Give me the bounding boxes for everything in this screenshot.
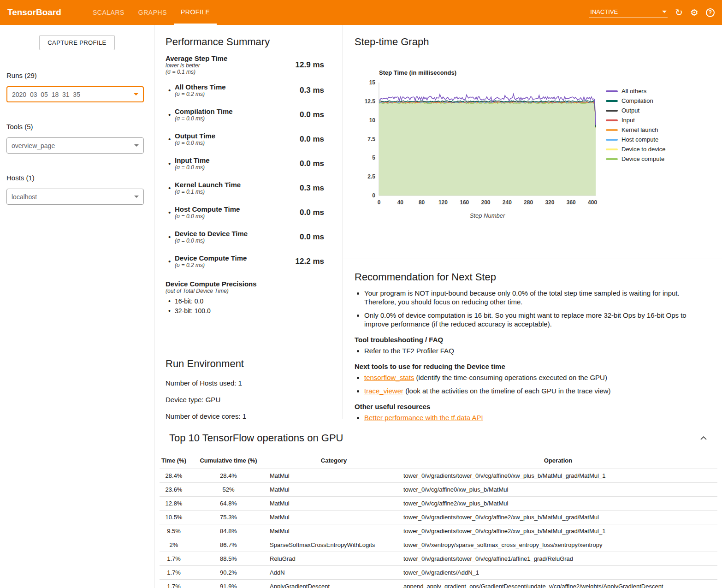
next-tools-item-text: (look at the activities on the timeline … <box>403 387 610 395</box>
legend-color-swatch <box>606 158 618 160</box>
bullet: • <box>168 233 175 241</box>
ops-table-cell: 28.4% <box>160 469 188 483</box>
runs-dropdown[interactable]: 2020_03_05_18_31_35 <box>6 86 144 102</box>
help-icon[interactable]: ? <box>706 8 715 17</box>
perf-item-sigma: (σ = 0.0 ms) <box>175 164 300 171</box>
ops-table-row: 12.8%64.8%MatMultower_0/v/cg/affine2/xw_… <box>160 497 717 511</box>
col-category: Category <box>269 454 399 469</box>
chevron-down-icon <box>662 11 667 13</box>
performance-column: Performance Summary Average Step Time lo… <box>154 25 343 419</box>
chart-title: Step Time (in milliseconds) <box>379 69 722 76</box>
sidebar: CAPTURE PROFILE Runs (29) 2020_03_05_18_… <box>0 25 154 588</box>
svg-text:12.5: 12.5 <box>365 98 376 105</box>
capture-profile-button[interactable]: CAPTURE PROFILE <box>39 35 115 50</box>
app-title: TensorBoard <box>0 0 69 25</box>
capture-status-select[interactable]: INACTIVE <box>589 7 668 18</box>
header-controls: INACTIVE ↻ ⚙ ? <box>589 0 722 25</box>
svg-text:320: 320 <box>545 199 554 206</box>
run-env-line: Number of Hosts used: 1 <box>166 379 343 387</box>
ops-table-cell: MatMul <box>269 524 399 538</box>
ops-table-row: 1.7%90.2%AddNtower_0/v/gradients/AddN_1 <box>160 566 717 580</box>
app-header: TensorBoard SCALARS GRAPHS PROFILE INACT… <box>0 0 722 25</box>
ops-table-cell: 88.5% <box>188 552 269 566</box>
average-step-time-sigma: (σ = 0.1 ms) <box>166 69 296 75</box>
svg-text:7.5: 7.5 <box>367 136 375 143</box>
gear-icon[interactable]: ⚙ <box>690 8 698 17</box>
precisions-note: (out of Total Device Time) <box>166 288 324 294</box>
tab-graphs[interactable]: GRAPHS <box>131 0 174 25</box>
recommendation-bullet: Your program is NOT input-bound because … <box>364 289 704 306</box>
legend-item: Kernel launch <box>606 125 665 135</box>
legend-color-swatch <box>606 90 618 92</box>
perf-item-label: Input Time <box>175 156 300 164</box>
col-cumulative: Cumulative time (%) <box>188 454 269 469</box>
perf-item-sigma: (σ = 0.2 ms) <box>175 91 300 97</box>
bullet: • <box>168 160 175 167</box>
step-time-graph-card: Step-time Graph Step Time (in millisecon… <box>343 36 722 259</box>
ops-table-cell: tower_0/v/cg/affine0/xw_plus_b/MatMul <box>399 483 717 497</box>
collapse-chevron-icon[interactable] <box>700 436 707 440</box>
top-ops-header: Top 10 TensorFlow operations on GPU <box>154 419 722 444</box>
run-environment-title: Run Environment <box>166 358 343 370</box>
faq-item: Refer to the TF2 Profiler FAQ <box>364 346 704 355</box>
perf-item-value: 0.0 ms <box>300 232 324 242</box>
tab-scalars[interactable]: SCALARS <box>86 0 131 25</box>
col-operation: Operation <box>399 454 717 469</box>
resources-heading: Other useful resources <box>355 403 704 410</box>
svg-text:160: 160 <box>460 199 469 206</box>
ops-table-cell: MatMul <box>269 483 399 497</box>
perf-item-labels: Output Time(σ = 0.0 ms) <box>175 132 300 146</box>
perf-item-sigma: (σ = 0.2 ms) <box>175 262 296 268</box>
ops-table-row: 9.5%84.8%MatMultower_0/v/gradients/tower… <box>160 524 717 538</box>
perf-item-label: Output Time <box>175 132 300 140</box>
perf-summary-item: •Device Compute Time(σ = 0.2 ms)12.2 ms <box>154 249 343 273</box>
legend-item: Input <box>606 115 665 125</box>
ops-table-cell: 52% <box>188 483 269 497</box>
ops-table-cell: tower_0/v/gradients/tower_0/v/cg/affine1… <box>399 552 717 566</box>
svg-text:80: 80 <box>419 199 425 206</box>
step-time-chart: 02.557.51012.515040801201602002402803203… <box>359 79 600 210</box>
precision-item: 32-bit: 100.0 <box>166 307 324 315</box>
ops-table-row: 1.7%88.5%ReluGradtower_0/v/gradients/tow… <box>160 552 717 566</box>
ops-table-cell: AddN <box>269 566 399 580</box>
recommendation-title: Recommendation for Next Step <box>355 271 704 283</box>
perf-summary-item: •Device to Device Time(σ = 0.0 ms)0.0 ms <box>154 225 343 249</box>
perf-item-labels: Input Time(σ = 0.0 ms) <box>175 156 300 171</box>
ops-table-cell: 10.5% <box>160 511 188 524</box>
perf-item-value: 0.0 ms <box>300 208 324 217</box>
bullet: • <box>168 184 175 192</box>
ops-table-cell: 64.8% <box>188 497 269 511</box>
hosts-selected-value: localhost <box>12 193 37 201</box>
perf-item-label: Device to Device Time <box>175 230 300 238</box>
perf-item-value: 12.2 ms <box>296 257 324 266</box>
hosts-dropdown[interactable]: localhost <box>6 189 144 205</box>
average-step-time-row: Average Step Time lower is better (σ = 0… <box>154 54 343 75</box>
run-env-line: Device type: GPU <box>166 396 343 404</box>
trace-viewer-link[interactable]: trace_viewer <box>364 387 403 395</box>
top-ops-title: Top 10 TensorFlow operations on GPU <box>169 432 343 444</box>
ops-table-row: 2%86.7%SparseSoftmaxCrossEntropyWithLogi… <box>160 538 717 552</box>
perf-item-value: 0.3 ms <box>300 86 324 95</box>
hosts-label: Hosts (1) <box>6 174 154 182</box>
recommendation-card: Recommendation for Next Step Your progra… <box>343 271 722 442</box>
perf-item-value: 0.3 ms <box>300 184 324 193</box>
perf-summary-item: •Host Compute Time(σ = 0.0 ms)0.0 ms <box>154 200 343 225</box>
tensorflow-stats-link[interactable]: tensorflow_stats <box>364 374 414 381</box>
tab-profile[interactable]: PROFILE <box>174 0 217 25</box>
tools-selected-value: overview_page <box>12 142 55 149</box>
bullet: • <box>168 135 175 143</box>
legend-item: Device compute <box>606 154 665 164</box>
chevron-down-icon <box>134 144 139 147</box>
faq-list: Refer to the TF2 Profiler FAQ <box>364 346 704 355</box>
refresh-icon[interactable]: ↻ <box>675 8 683 17</box>
perf-item-label: Compilation Time <box>175 107 300 115</box>
ops-table-cell: 28.4% <box>188 469 269 483</box>
perf-item-labels: Device Compute Time(σ = 0.2 ms) <box>175 254 296 268</box>
perf-item-sigma: (σ = 0.0 ms) <box>175 238 300 244</box>
next-tools-item-text: (identify the time-consuming operations … <box>414 374 607 381</box>
tools-dropdown[interactable]: overview_page <box>6 137 144 154</box>
perf-item-label: Device Compute Time <box>175 254 296 262</box>
average-step-time-labels: Average Step Time lower is better (σ = 0… <box>166 54 296 75</box>
performance-summary-card: Performance Summary Average Step Time lo… <box>154 36 343 342</box>
legend-color-swatch <box>606 148 618 150</box>
